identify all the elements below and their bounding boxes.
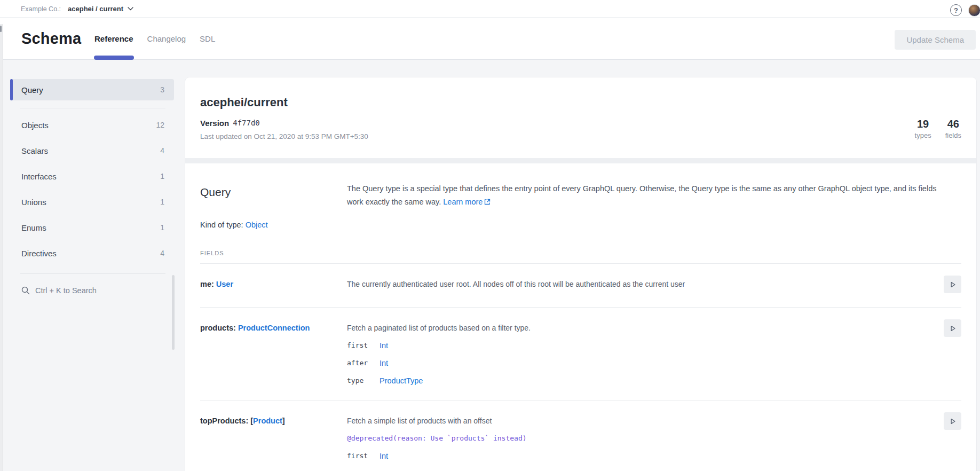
stat-value: 46 [945,118,961,130]
tab-sdl[interactable]: SDL [199,18,216,60]
sidebar-item-count: 1 [160,198,164,206]
field-description: Fetch a simple list of products with an … [347,415,944,426]
type-description: The Query type is a special type that de… [347,182,945,208]
run-in-explorer-button[interactable] [944,319,961,337]
field-actions [944,279,961,293]
sidebar-item-interfaces[interactable]: Interfaces1 [10,163,174,189]
stat-types: 19types [915,118,931,142]
field-name: topProducts: [Product] [200,415,347,461]
argument-name: first [347,451,380,461]
argument-name: type [347,375,380,386]
sidebar-item-label: Unions [21,198,46,207]
field-actions [944,323,961,386]
sidebar-item-scalars[interactable]: Scalars4 [10,138,174,163]
search-icon [21,286,30,295]
sidebar-item-directives[interactable]: Directives4 [10,240,174,266]
field-actions [944,415,961,461]
version-line: Version 4f77d0 [200,117,260,128]
search-hint: Ctrl + K to Search [35,286,97,295]
sidebar-item-label: Interfaces [21,172,57,181]
help-icon[interactable]: ? [950,4,962,16]
fields-label: FIELDS [200,250,224,256]
page-header: Schema ReferenceChangelogSDL Update Sche… [0,18,980,60]
stat-value: 19 [915,118,931,130]
field-argument: afterInt [347,358,944,368]
play-icon [949,418,957,425]
field-argument: firstInt [347,340,944,351]
run-in-explorer-button[interactable] [944,412,961,430]
graph-selector[interactable]: acephei / current [68,0,133,18]
argument-type-link[interactable]: Int [380,340,944,351]
field-type-suffix: ] [282,417,285,425]
field-name-text: topProducts: [ [200,417,253,425]
schema-stats: 19types46fields [915,118,961,142]
field-name-text: products: [200,324,238,332]
sidebar-item-label: Directives [21,249,57,258]
play-icon [949,281,957,288]
sidebar-search[interactable]: Ctrl + K to Search [10,278,174,303]
update-schema-button[interactable]: Update Schema [895,30,976,50]
field-description: Fetch a paginated list of products based… [347,323,944,333]
sidebar-item-count: 1 [160,223,164,232]
sidebar-item-enums[interactable]: Enums1 [10,215,174,240]
graph-selector-label: acephei / current [68,5,123,13]
schema-sidebar: Query3Objects12Scalars4Interfaces1Unions… [10,79,174,303]
argument-type-link[interactable]: Int [380,451,944,461]
user-avatar[interactable] [968,4,980,17]
field-row: products: ProductConnectionFetch a pagin… [200,308,961,401]
sidebar-item-label: Scalars [21,146,48,155]
window-scrollbar[interactable] [0,24,3,471]
field-name-text: me: [200,280,216,288]
field-row: me: UserThe currently authenticated user… [200,264,961,308]
field-argument: typeProductType [347,375,944,386]
window-scrollbar-thumb[interactable] [0,26,2,32]
content-area: Query3Objects12Scalars4Interfaces1Unions… [0,60,980,471]
chevron-down-icon [128,7,133,11]
argument-name: after [347,358,380,368]
stat-label: fields [945,130,961,142]
type-name: Query [200,186,231,199]
field-type-link[interactable]: Product [253,417,282,425]
sidebar-item-unions[interactable]: Unions1 [10,189,174,215]
tab-changelog[interactable]: Changelog [147,18,187,60]
tab-reference[interactable]: Reference [94,18,134,60]
field-details: Fetch a paginated list of products based… [347,323,944,386]
sidebar-item-count: 12 [156,121,164,129]
section-divider-band [185,158,976,163]
sidebar-item-count: 4 [160,249,164,257]
field-details: Fetch a simple list of products with an … [347,415,944,461]
org-label: Example Co.: [21,0,61,18]
argument-name: first [347,340,380,351]
argument-type-link[interactable]: ProductType [380,375,944,386]
sidebar-item-query[interactable]: Query3 [10,79,174,100]
schema-card: acephei/current Version 4f77d0 Last upda… [185,77,976,471]
external-link-icon [484,199,491,205]
run-in-explorer-button[interactable] [944,276,961,293]
kind-value-link[interactable]: Object [246,221,268,229]
field-details: The currently authenticated user root. A… [347,279,944,293]
version-value: 4f77d0 [233,119,260,127]
field-argument: firstInt [347,451,944,461]
active-accent-bar [10,79,13,100]
sidebar-scrollbar-thumb[interactable] [172,275,175,350]
sidebar-item-label: Enums [21,223,46,232]
field-type-link[interactable]: User [216,280,233,288]
sidebar-item-label: Objects [21,121,49,130]
sidebar-item-label: Query [21,85,43,95]
last-updated: Last updated on Oct 21, 2020 at 9:53 PM … [200,132,368,140]
field-row: topProducts: [Product]Fetch a simple lis… [200,401,961,471]
field-name: me: User [200,279,347,293]
sidebar-item-count: 4 [160,146,164,155]
sidebar-item-count: 3 [160,85,164,94]
argument-type-link[interactable]: Int [380,358,944,368]
deprecated-annotation: @deprecated(reason: Use `products` inste… [347,433,944,444]
graph-title: acephei/current [200,95,288,110]
kind-of-type: Kind of type: Object [200,221,268,229]
type-description-text: The Query type is a special type that de… [347,184,936,206]
kind-label: Kind of type: [200,221,246,229]
learn-more-link[interactable]: Learn more [443,198,483,206]
field-type-link[interactable]: ProductConnection [238,324,310,332]
sidebar-item-objects[interactable]: Objects12 [10,112,174,138]
play-icon [949,325,957,332]
schema-page: Example Co.: acephei / current ? Schema … [0,0,980,471]
